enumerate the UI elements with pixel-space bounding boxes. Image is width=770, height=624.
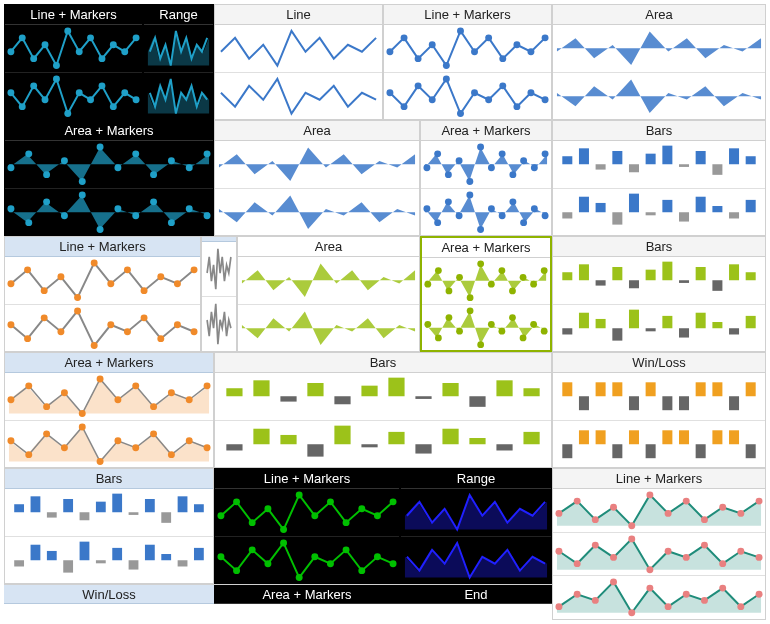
svg-point-3 (42, 41, 49, 48)
spark-panel-p40[interactable]: Bars (4, 468, 214, 584)
sparkline[interactable] (553, 141, 765, 189)
sparkline[interactable] (238, 257, 419, 305)
svg-point-121 (24, 266, 31, 273)
sparkline[interactable] (238, 305, 419, 352)
svg-rect-245 (646, 382, 656, 396)
sparkline[interactable] (5, 373, 213, 421)
spark-rows (384, 25, 551, 119)
sparkline[interactable] (553, 305, 765, 352)
spark-panel-p02[interactable]: Line (214, 4, 383, 120)
sparkline[interactable] (401, 537, 551, 584)
sparkline[interactable] (215, 421, 551, 468)
spark-panel-p12[interactable]: Area + Markers (420, 120, 552, 236)
sparkline[interactable] (215, 373, 551, 421)
sparkline[interactable] (215, 73, 382, 120)
sparkline[interactable] (553, 489, 765, 533)
sparkline[interactable] (5, 257, 200, 305)
sparkline[interactable] (5, 25, 142, 73)
svg-point-198 (114, 396, 121, 403)
sparkline[interactable] (215, 189, 419, 236)
sparkline[interactable] (215, 489, 399, 537)
sparkline[interactable] (5, 73, 142, 120)
svg-point-200 (150, 403, 157, 410)
sparkline[interactable] (553, 533, 765, 577)
svg-point-199 (132, 382, 139, 389)
svg-point-131 (191, 266, 198, 273)
svg-point-135 (57, 328, 64, 335)
spark-panel-p30[interactable]: Area + Markers (4, 352, 214, 468)
sparkline[interactable] (5, 489, 213, 537)
sparkline[interactable] (553, 576, 765, 619)
svg-rect-217 (253, 380, 269, 396)
sparkline[interactable] (5, 305, 200, 352)
spark-panel-p32[interactable]: Win/Loss (552, 352, 766, 468)
sparkline[interactable] (215, 537, 399, 584)
sparkline[interactable] (401, 489, 551, 537)
sparkline[interactable] (144, 73, 213, 120)
spark-panel-p11[interactable]: Area (214, 120, 420, 236)
sparkline[interactable] (202, 297, 236, 351)
svg-rect-224 (442, 383, 458, 396)
sparkline[interactable] (553, 421, 765, 468)
svg-point-136 (74, 307, 81, 314)
sparkline[interactable] (553, 189, 765, 236)
spark-panel-p22[interactable]: Area + Markers (420, 236, 552, 352)
spark-panel-p43[interactable]: Line + Markers (552, 468, 766, 620)
spark-panel-p31[interactable]: Bars (214, 352, 552, 468)
sparkline[interactable] (5, 537, 213, 584)
svg-point-33 (513, 41, 520, 48)
svg-point-309 (358, 567, 365, 574)
svg-rect-260 (696, 444, 706, 458)
sparkline[interactable] (384, 25, 551, 73)
svg-point-193 (25, 382, 32, 389)
svg-rect-253 (579, 430, 589, 444)
sparkline[interactable] (215, 25, 382, 73)
sparkline[interactable] (553, 257, 765, 305)
svg-rect-181 (579, 312, 589, 328)
sparkline[interactable] (553, 25, 765, 73)
svg-rect-191 (746, 315, 756, 327)
spark-panel-p23[interactable]: Bars (552, 236, 766, 352)
spark-rows (215, 489, 399, 583)
spark-panel-p13[interactable]: Bars (552, 120, 766, 236)
spark-panel-p41[interactable]: Line + Markers (214, 468, 400, 584)
spark-panel-p00[interactable]: Line + Markers (4, 4, 143, 120)
sparkline[interactable] (553, 73, 765, 120)
svg-rect-274 (178, 496, 188, 512)
svg-point-158 (446, 314, 453, 321)
svg-point-206 (43, 430, 50, 437)
spark-panel-p04[interactable]: Area (552, 4, 766, 120)
svg-point-5 (64, 27, 71, 34)
sparkline[interactable] (553, 373, 765, 421)
spark-panel-p21[interactable]: Area (237, 236, 420, 352)
svg-point-6 (76, 48, 83, 55)
sparkline[interactable] (5, 189, 213, 236)
sparkline[interactable] (384, 73, 551, 120)
svg-rect-109 (579, 196, 589, 212)
svg-rect-270 (112, 494, 122, 513)
svg-rect-98 (596, 164, 606, 169)
spark-panel-p20b[interactable] (201, 236, 237, 352)
sparkline[interactable] (422, 258, 550, 305)
svg-point-322 (737, 510, 744, 517)
sparkline[interactable] (421, 189, 551, 236)
sparkline[interactable] (5, 141, 213, 189)
panel-title: Bars (5, 469, 213, 489)
svg-point-69 (168, 219, 175, 226)
svg-point-312 (555, 510, 562, 517)
svg-rect-103 (679, 164, 689, 167)
sparkline[interactable] (5, 421, 213, 468)
sparkline[interactable] (215, 141, 419, 189)
svg-rect-108 (562, 212, 572, 218)
spark-panel-p42[interactable]: Range (400, 468, 552, 584)
spark-panel-p10[interactable]: Area + Markers (4, 120, 214, 236)
spark-panel-p01[interactable]: Range (143, 4, 214, 120)
svg-point-210 (114, 437, 121, 444)
sparkline[interactable] (422, 305, 550, 351)
sparkline[interactable] (202, 242, 236, 297)
spark-panel-p03[interactable]: Line + Markers (383, 4, 552, 120)
svg-point-344 (701, 597, 708, 604)
sparkline[interactable] (421, 141, 551, 189)
spark-panel-p20[interactable]: Line + Markers (4, 236, 201, 352)
sparkline[interactable] (144, 25, 213, 73)
